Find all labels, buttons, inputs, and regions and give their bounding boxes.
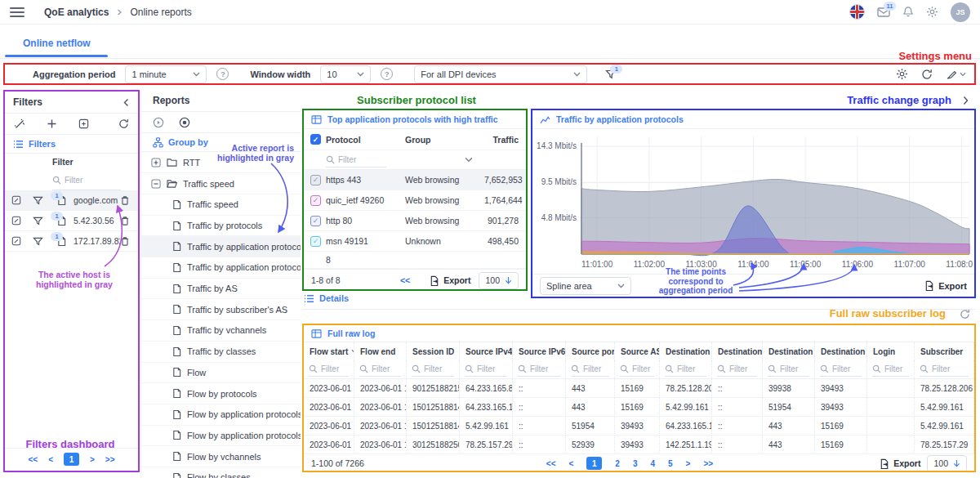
report-tree-item[interactable]: Traffic by vchannels — [141, 320, 301, 342]
report-tree-item[interactable]: Traffic by application protocols — [141, 236, 301, 257]
row-checkbox[interactable]: ✓ — [310, 216, 321, 226]
rawlog-row[interactable]: 2023-06-01 112023-06-01 1115012518814316… — [304, 398, 974, 417]
avatar[interactable]: JS — [951, 2, 970, 22]
rawlog-column-header[interactable]: Destination — [763, 342, 815, 360]
filter-name[interactable]: 5.42.30.56 — [70, 216, 120, 226]
page-size-select[interactable]: 100 — [927, 455, 967, 472]
page-number-button[interactable]: 4 — [650, 459, 655, 468]
edit-filter-icon[interactable] — [11, 195, 21, 205]
rawlog-column-header[interactable]: Source AS — [615, 342, 660, 360]
page-number-button[interactable]: 1 — [64, 453, 79, 466]
page-next-button[interactable]: > — [686, 459, 691, 468]
page-size-select[interactable]: 100 — [479, 272, 519, 289]
report-tree-item[interactable]: Flow by application protocols grou — [141, 426, 301, 447]
mail-icon[interactable]: 11 — [877, 6, 890, 17]
column-filter-input[interactable]: Filter — [872, 363, 909, 377]
collapse-chart-icon[interactable] — [962, 96, 969, 105]
column-filter-input[interactable]: Filter — [412, 363, 454, 377]
page-prev-button[interactable]: < — [569, 459, 574, 468]
page-first-button[interactable]: << — [400, 275, 410, 285]
group-filter-select[interactable] — [405, 157, 484, 163]
page-prev-button[interactable]: < — [48, 455, 53, 464]
rawlog-column-header[interactable]: Source port — [566, 342, 615, 360]
column-filter-input[interactable]: Filter — [768, 363, 809, 377]
expand-icon[interactable] — [151, 158, 161, 168]
add-filter-icon[interactable] — [47, 118, 57, 129]
rawlog-column-header[interactable]: Flow start — [304, 342, 354, 360]
column-filter-input[interactable]: Filter — [359, 363, 401, 377]
page-first-button[interactable]: << — [28, 455, 38, 464]
magic-wand-icon[interactable] — [14, 118, 25, 130]
help-icon[interactable]: ? — [216, 68, 229, 80]
column-filter-input[interactable]: Filter — [717, 363, 757, 377]
rawlog-column-header[interactable]: Login — [867, 342, 915, 360]
filter-badge-icon[interactable]: 1 — [33, 236, 57, 247]
language-flag-icon[interactable] — [849, 4, 865, 20]
page-first-button[interactable]: << — [546, 459, 556, 468]
help-icon[interactable]: ? — [381, 68, 393, 80]
delete-filter-icon[interactable] — [120, 216, 130, 226]
column-filter-input[interactable]: Filter — [920, 363, 969, 377]
filter-badge-icon[interactable]: 1 — [33, 216, 57, 226]
report-tree-folder[interactable]: RTT — [141, 152, 301, 173]
select-all-checkbox[interactable]: ✓ — [310, 134, 321, 145]
collapse-panel-icon[interactable] — [122, 98, 130, 107]
report-tree-item[interactable]: Flow by classes — [141, 467, 301, 478]
page-number-button[interactable]: 1 — [586, 457, 602, 470]
device-filter-icon[interactable]: 1 — [605, 69, 617, 80]
rawlog-column-header[interactable]: Destination — [815, 342, 867, 360]
group-by-label[interactable]: Group by — [168, 137, 208, 147]
filter-badge-icon[interactable]: 1 — [33, 195, 57, 206]
col-traffic[interactable]: Traffic — [484, 135, 526, 145]
column-filter-input[interactable]: Filter — [465, 363, 507, 377]
rawlog-column-header[interactable]: Source IPv6- — [513, 342, 566, 360]
refresh-icon[interactable] — [118, 118, 129, 129]
report-tree-item[interactable]: Traffic by application protocols gr — [141, 257, 301, 279]
export-button[interactable]: Export — [430, 275, 470, 286]
details-toggle[interactable]: Details — [304, 293, 349, 303]
protocol-row[interactable]: ✓msn 49191Unknown498,450 — [304, 231, 526, 252]
gear-icon[interactable] — [896, 68, 908, 80]
page-next-button[interactable]: > — [90, 455, 95, 464]
column-filter-input[interactable]: Filter — [620, 363, 654, 377]
rawlog-column-header[interactable]: Subscriber — [915, 342, 974, 360]
protocol-row[interactable]: ✓http 80Web browsing901,278 — [304, 211, 526, 231]
col-group[interactable]: Group — [405, 135, 484, 145]
column-filter-input[interactable]: Filter — [309, 363, 349, 377]
page-last-button[interactable]: >> — [105, 455, 115, 464]
row-checkbox[interactable]: ✓ — [310, 195, 321, 206]
tab-online-netflow[interactable]: Online netflow — [23, 38, 91, 49]
rawlog-column-header[interactable]: Destination — [712, 342, 763, 360]
filter-search-input[interactable]: Filter — [52, 170, 121, 190]
page-last-button[interactable]: >> — [703, 459, 713, 468]
refresh-icon[interactable] — [960, 309, 970, 319]
protocol-row[interactable]: ✓https 443Web browsing7,652,953 — [304, 170, 526, 190]
column-filter-input[interactable]: Filter — [665, 363, 706, 377]
column-filter-input[interactable]: Filter — [571, 363, 609, 377]
rawlog-column-header[interactable]: Session ID — [407, 342, 460, 360]
column-filter-input[interactable]: Filter — [820, 363, 862, 377]
export-button[interactable]: Export — [880, 458, 920, 469]
edit-filter-icon[interactable] — [11, 216, 21, 226]
report-tree-item[interactable]: Traffic by classes — [141, 342, 301, 363]
collapse-icon[interactable] — [151, 179, 161, 189]
report-tree-item[interactable]: Traffic by subscriber's AS — [141, 299, 301, 320]
delete-filter-icon[interactable] — [120, 195, 130, 206]
rawlog-row[interactable]: 2023-06-01 112023-06-01 1115012518814315… — [304, 417, 974, 436]
col-protocol[interactable]: Protocol — [326, 135, 405, 145]
refresh-icon[interactable] — [921, 69, 933, 80]
edit-filter-icon[interactable] — [11, 236, 21, 246]
rawlog-column-header[interactable]: Flow end — [354, 342, 407, 360]
add-group-icon[interactable] — [78, 118, 89, 129]
aggregation-period-select[interactable]: 1 minute — [125, 65, 207, 83]
hamburger-menu-icon[interactable] — [10, 7, 24, 17]
row-checkbox[interactable]: ✓ — [310, 175, 321, 185]
row-checkbox[interactable]: ✓ — [310, 236, 321, 247]
rawlog-row[interactable]: 2023-06-01 112023-06-01 1130125188250478… — [304, 436, 974, 454]
rawlog-row[interactable]: 2023-06-01 112023-06-01 1190125188215586… — [304, 379, 974, 398]
report-tree-item[interactable]: Traffic by AS — [141, 279, 301, 300]
page-number-button[interactable]: 5 — [668, 459, 673, 468]
filter-row[interactable]: 1google.com — [5, 190, 138, 211]
page-number-button[interactable]: 3 — [633, 459, 638, 468]
report-tree-item[interactable]: Flow — [141, 363, 301, 384]
